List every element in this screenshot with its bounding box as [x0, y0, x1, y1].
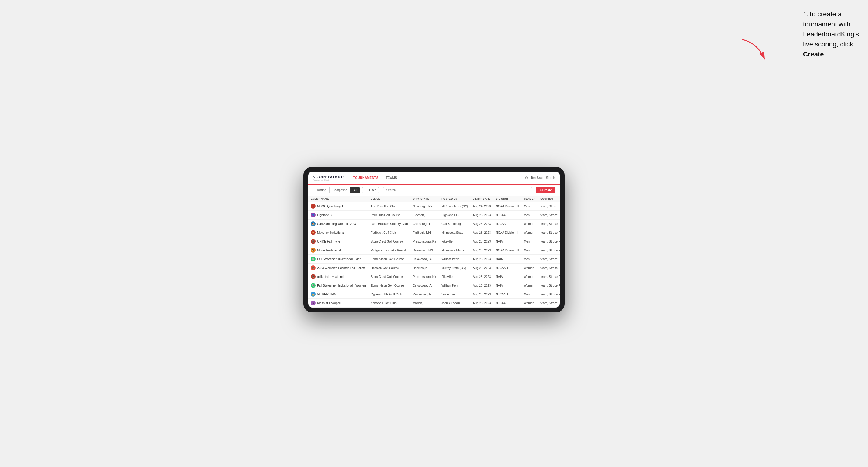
table-row: 🐺 Fall Statesmen Invitational - Men Edmu…	[308, 255, 560, 263]
table-row: 🏫 VU PREVIEW Cypress Hills Golf Club Vin…	[308, 290, 560, 299]
logo-subtitle: Powered by Clippit	[312, 179, 344, 181]
table-row: ⚔ Klash at Kokopelli Kokopelli Golf Club…	[308, 299, 560, 308]
annotation-text: 1.To create a tournament with Leaderboar…	[803, 9, 859, 59]
hosted-by-cell: Highland CC	[439, 211, 470, 220]
event-name: Morris Invitational	[317, 249, 341, 252]
venue-cell: Park Hills Golf Course	[368, 211, 410, 220]
division-cell: NJCAA II	[493, 290, 521, 299]
col-gender-label: GENDER	[522, 196, 538, 202]
event-icon: 🐺	[311, 256, 315, 261]
division-cell: NAIA	[493, 281, 521, 290]
division-cell: NJCAA I	[493, 220, 521, 228]
city-state-cell: Marion, IL	[410, 299, 439, 308]
start-date-cell: Aug 28, 2023	[470, 299, 494, 308]
hosted-by-cell: Carl Sandburg	[439, 220, 470, 228]
table-row: 🏫 Carl Sandburg Women FA23 Lake Bracken …	[308, 220, 560, 228]
user-info: Test User | Sign In	[531, 176, 556, 180]
event-icon: 🐻	[311, 239, 315, 244]
filter-group: Hosting Competing All	[312, 187, 360, 193]
start-date-cell: Aug 28, 2023	[470, 228, 494, 237]
table-row: 🐻 2023 Women's Hesston Fall Kickoff Hess…	[308, 263, 560, 272]
scoring-cell: team, Stroke Play	[538, 220, 560, 228]
nav-tab-teams[interactable]: TEAMS	[382, 174, 401, 182]
col-event-name-label: EVENT NAME	[308, 196, 368, 202]
scoring-cell: team, Stroke Play	[538, 255, 560, 263]
venue-cell: Edmundson Golf Course	[368, 255, 410, 263]
hosted-by-cell: Minnesota State	[439, 228, 470, 237]
table-row: 🐎 Maverick Invitational Faribault Golf C…	[308, 228, 560, 237]
table-row: 👤 Highland 36 Park Hills Golf Course Fre…	[308, 211, 560, 220]
event-name-cell: 🐻 UPIKE Fall Invite	[308, 237, 368, 246]
city-state-cell: Newburgh, NY	[410, 202, 439, 211]
col-venue-label: VENUE	[368, 196, 410, 202]
search-input[interactable]	[383, 187, 532, 193]
header-right: ⚙ Test User | Sign In	[525, 176, 556, 180]
gender-cell: Men	[522, 255, 538, 263]
event-name-cell: 🐺 Fall Statesmen Invitational - Men	[308, 255, 368, 263]
gender-cell: Women	[522, 220, 538, 228]
table-row: 🦅 Morris Invitational Ruttger's Bay Lake…	[308, 246, 560, 255]
hosted-by-cell: Mt. Saint Mary (NY)	[439, 202, 470, 211]
venue-cell: Cypress Hills Golf Club	[368, 290, 410, 299]
event-icon: 👤	[311, 213, 315, 217]
search-box	[383, 187, 532, 193]
gender-cell: Women	[522, 299, 538, 308]
nav-tabs: TOURNAMENTS TEAMS	[349, 174, 401, 182]
start-date-cell: Aug 28, 2023	[470, 237, 494, 246]
gender-cell: Men	[522, 290, 538, 299]
event-icon: ⚑	[311, 204, 315, 209]
scoring-cell: team, Stroke Play	[538, 281, 560, 290]
venue-cell: Kokopelli Golf Club	[368, 299, 410, 308]
event-icon: 🐎	[311, 230, 315, 235]
event-name-cell: ⚔ Klash at Kokopelli	[308, 299, 368, 308]
event-name-cell: 🦅 Morris Invitational	[308, 246, 368, 255]
scoring-cell: team, Stroke Play	[538, 272, 560, 281]
city-state-cell: Prestonsburg, KY	[410, 272, 439, 281]
city-state-cell: Prestonsburg, KY	[410, 237, 439, 246]
tablet-screen: SCOREBOARD Powered by Clippit TOURNAMENT…	[308, 172, 560, 308]
division-cell: NAIA	[493, 237, 521, 246]
division-cell: NJCAA I	[493, 211, 521, 220]
create-button[interactable]: + Create	[536, 187, 556, 193]
start-date-cell: Aug 28, 2023	[470, 281, 494, 290]
event-name-cell: 🏫 VU PREVIEW	[308, 290, 368, 299]
hosting-filter-button[interactable]: Hosting	[313, 187, 330, 193]
event-name: MSMC Qualifying 1	[317, 205, 343, 208]
city-state-cell: Deerwood, MN	[410, 246, 439, 255]
competing-filter-button[interactable]: Competing	[330, 187, 350, 193]
event-name: upike fall invitational	[317, 275, 344, 278]
event-icon: ⚔	[311, 301, 315, 306]
event-icon: 🏫	[311, 292, 315, 297]
event-name-cell: 🏫 Carl Sandburg Women FA23	[308, 220, 368, 228]
all-filter-button[interactable]: All	[350, 187, 360, 193]
event-name: Klash at Kokopelli	[317, 302, 341, 305]
venue-cell: Hesston Golf Course	[368, 263, 410, 272]
table-row: 🐻 upike fall invitational StoneCrest Gol…	[308, 272, 560, 281]
table-header: EVENT NAME VENUE CITY, STATE HOSTED BY S…	[308, 196, 560, 202]
nav-tab-tournaments[interactable]: TOURNAMENTS	[349, 174, 382, 182]
hosted-by-cell: Minnesota-Morris	[439, 246, 470, 255]
venue-cell: Faribault Golf Club	[368, 228, 410, 237]
tablet-frame: SCOREBOARD Powered by Clippit TOURNAMENT…	[303, 167, 565, 312]
scoring-cell: team, Stroke Play	[538, 246, 560, 255]
logo-area: SCOREBOARD Powered by Clippit	[312, 175, 344, 181]
city-state-cell: Vincennes, IN	[410, 290, 439, 299]
division-cell: NJCAA II	[493, 263, 521, 272]
event-icon: 🐺	[311, 283, 315, 288]
event-icon: 🐻	[311, 274, 315, 279]
scoring-cell: team, Stroke Play	[538, 237, 560, 246]
gender-cell: Men	[522, 202, 538, 211]
gear-icon[interactable]: ⚙	[525, 176, 528, 180]
event-name-cell: 👤 Highland 36	[308, 211, 368, 220]
scoring-cell: team, Stroke Play	[538, 263, 560, 272]
city-state-cell: Faribault, MN	[410, 228, 439, 237]
hosted-by-cell: John A Logan	[439, 299, 470, 308]
col-start-date-label: START DATE	[470, 196, 494, 202]
filter-icon-button[interactable]: ☰ Filter	[362, 187, 379, 193]
gender-cell: Women	[522, 228, 538, 237]
division-cell: NJCAA I	[493, 299, 521, 308]
start-date-cell: Aug 25, 2023	[470, 211, 494, 220]
scoring-cell: team, Stroke Play	[538, 299, 560, 308]
event-name: Fall Statesmen Invitational - Women	[317, 284, 366, 287]
city-state-cell: Freeport, IL	[410, 211, 439, 220]
